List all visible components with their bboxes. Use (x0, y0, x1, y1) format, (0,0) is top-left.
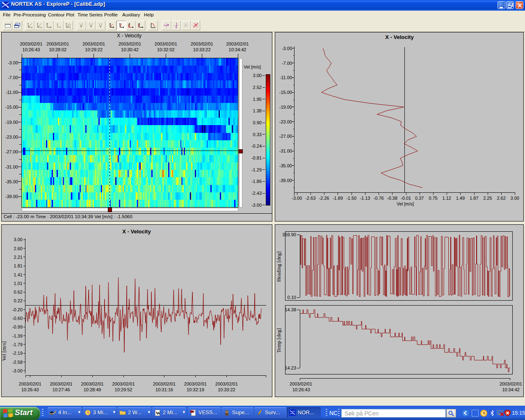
svg-text:-2.26: -2.26 (319, 196, 329, 201)
svg-text:10:32:02: 10:32:02 (157, 47, 175, 52)
svg-text:-0.38: -0.38 (387, 196, 397, 201)
svg-text:10:33:22: 10:33:22 (193, 47, 211, 52)
svg-text:0.90: 0.90 (253, 120, 262, 125)
svg-text:3.00: 3.00 (253, 73, 262, 78)
svg-text:Heading [deg]: Heading [deg] (276, 251, 282, 282)
svg-text:2003/02/01: 2003/02/01 (19, 381, 41, 386)
svg-text:-11.00: -11.00 (280, 75, 292, 80)
svg-text:2003/02/01: 2003/02/01 (215, 381, 238, 386)
svg-text:14.23: 14.23 (285, 365, 296, 370)
svg-text:1.12: 1.12 (442, 196, 451, 201)
svg-text:10:28:02: 10:28:02 (49, 47, 66, 52)
svg-text:-15.00: -15.00 (5, 105, 18, 110)
svg-text:-3.00: -3.00 (251, 203, 262, 208)
svg-text:10:34:42: 10:34:42 (502, 387, 520, 392)
svg-text:1.95: 1.95 (253, 97, 262, 102)
svg-text:-3.00: -3.00 (282, 46, 292, 51)
svg-text:2003/02/01: 2003/02/01 (119, 41, 141, 46)
svg-text:-7.00: -7.00 (282, 61, 292, 66)
svg-text:-0.24: -0.24 (251, 144, 262, 148)
svg-text:-1.13: -1.13 (360, 196, 370, 201)
svg-text:0.22: 0.22 (14, 298, 23, 303)
svg-text:-0.81: -0.81 (251, 155, 262, 160)
svg-text:-1.86: -1.86 (251, 179, 262, 184)
svg-text:10:34:42: 10:34:42 (229, 47, 247, 52)
svg-text:14.38: 14.38 (285, 307, 296, 312)
svg-text:-27.00: -27.00 (279, 134, 292, 139)
svg-text:-23.00: -23.00 (279, 119, 292, 124)
svg-text:e: e (50, 409, 53, 416)
svg-text:-0.99: -0.99 (12, 324, 23, 329)
svg-text:-7.00: -7.00 (8, 75, 18, 80)
svg-text:2003/02/01: 2003/02/01 (290, 381, 312, 386)
svg-text:2003/02/01: 2003/02/01 (184, 381, 207, 386)
svg-text:10:28:49: 10:28:49 (84, 387, 101, 392)
svg-text:-3.00: -3.00 (8, 60, 18, 65)
svg-text:Vel [m/s]: Vel [m/s] (1, 341, 7, 361)
svg-text:Vel [m/s]: Vel [m/s] (397, 201, 414, 206)
svg-text:PDF: PDF (191, 411, 195, 413)
svg-text:10:29:22: 10:29:22 (85, 47, 103, 52)
svg-text:2003/02/01: 2003/02/01 (153, 381, 176, 386)
svg-text:X - Velocity: X - Velocity (385, 34, 414, 40)
svg-text:2.25: 2.25 (483, 196, 492, 201)
svg-text:2003/02/01: 2003/02/01 (20, 41, 42, 46)
svg-text:-39.00: -39.00 (5, 194, 18, 199)
svg-text:3.00: 3.00 (14, 237, 23, 242)
svg-text:-2.19: -2.19 (12, 351, 23, 356)
svg-text:-11.00: -11.00 (6, 90, 18, 95)
svg-text:-2.63: -2.63 (305, 196, 315, 201)
svg-text:3.00: 3.00 (511, 196, 519, 201)
svg-text:-31.00: -31.00 (5, 164, 18, 169)
svg-text:359.90: 359.90 (282, 232, 296, 237)
svg-text:-1.89: -1.89 (333, 196, 343, 201)
svg-text:-35.00: -35.00 (279, 163, 292, 168)
svg-text:-27.00: -27.00 (5, 149, 18, 154)
svg-text:2003/02/01: 2003/02/01 (81, 381, 104, 386)
svg-text:10:26:43: 10:26:43 (23, 47, 40, 52)
svg-text:-1.29: -1.29 (251, 167, 262, 172)
svg-text:-0.60: -0.60 (12, 316, 23, 321)
svg-text:2.62: 2.62 (497, 196, 505, 201)
svg-text:10:26:43: 10:26:43 (21, 387, 39, 392)
svg-text:X - Velocity: X - Velocity (122, 228, 151, 235)
svg-text:-23.00: -23.00 (5, 135, 18, 139)
svg-text:10:29:52: 10:29:52 (115, 387, 132, 392)
svg-text:-2.58: -2.58 (12, 360, 23, 365)
svg-text:10:32:19: 10:32:19 (187, 387, 204, 392)
svg-text:10:27:46: 10:27:46 (52, 387, 70, 392)
svg-text:-3.00: -3.00 (12, 368, 23, 373)
svg-text:2003/02/01: 2003/02/01 (46, 41, 69, 46)
svg-text:X - Velocity: X - Velocity (117, 33, 142, 39)
svg-text:1.87: 1.87 (470, 196, 478, 201)
svg-text:1.01: 1.01 (14, 281, 23, 286)
svg-text:W: W (156, 411, 160, 415)
svg-text:10:26:43: 10:26:43 (292, 387, 310, 392)
svg-text:2.21: 2.21 (14, 255, 23, 260)
svg-text:-19.00: -19.00 (279, 105, 292, 110)
svg-text:Temp [deg]: Temp [deg] (276, 328, 282, 353)
svg-text:-1.50: -1.50 (346, 196, 356, 201)
svg-text:2003/02/01: 2003/02/01 (82, 41, 105, 46)
svg-text:10:33:22: 10:33:22 (218, 387, 235, 392)
svg-text:2003/02/01: 2003/02/01 (112, 381, 135, 386)
svg-text:-0.76: -0.76 (374, 196, 384, 201)
svg-text:0.37: 0.37 (415, 196, 424, 201)
svg-text:1.38: 1.38 (253, 108, 262, 113)
svg-text:-0.01: -0.01 (401, 196, 411, 201)
svg-text:-3.00: -3.00 (292, 196, 302, 201)
svg-text:Vel [m/s]: Vel [m/s] (244, 64, 261, 69)
svg-text:1.49: 1.49 (456, 196, 465, 201)
svg-text:-31.00: -31.00 (279, 148, 292, 153)
svg-text:1.41: 1.41 (14, 272, 23, 277)
svg-text:1.81: 1.81 (14, 263, 23, 268)
svg-text:-19.00: -19.00 (5, 120, 18, 125)
svg-text:-1.39: -1.39 (12, 333, 23, 338)
svg-text:-0.20: -0.20 (12, 307, 23, 312)
svg-text:-39.00: -39.00 (279, 178, 292, 183)
svg-text:-1.79: -1.79 (12, 342, 23, 347)
svg-text:-35.00: -35.00 (5, 179, 18, 184)
svg-text:10:31:16: 10:31:16 (155, 387, 173, 392)
svg-text:2003/02/01: 2003/02/01 (226, 41, 249, 46)
svg-text:0.10: 0.10 (288, 295, 296, 300)
